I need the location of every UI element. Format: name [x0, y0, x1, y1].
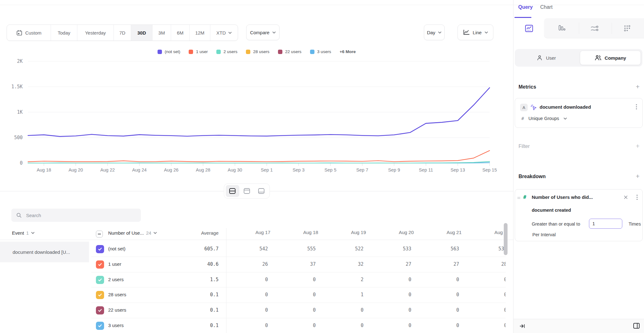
value-cell: 26 [238, 261, 268, 267]
date-column-header: Aug 20 [383, 230, 430, 235]
metric-card[interactable]: A document downloaded # Unique Groups [515, 98, 643, 128]
average-column-header: Average [171, 230, 219, 236]
compare-button[interactable]: Compare [246, 25, 280, 40]
value-cell: 0 [429, 323, 459, 328]
value-cell: 538 [477, 246, 506, 252]
series-checkbox[interactable] [96, 306, 104, 314]
range-custom[interactable]: Custom [7, 25, 51, 41]
view-tab-grid[interactable] [612, 18, 642, 38]
range-7d[interactable]: 7D [114, 25, 131, 41]
toggle-side-panel-button[interactable] [633, 323, 640, 329]
x-axis-tick: Aug 22 [100, 167, 115, 172]
series-checkbox[interactable] [96, 276, 104, 284]
x-axis-tick: Aug 20 [69, 167, 83, 172]
breakdown-card[interactable]: # Number of Users who did... document cr… [515, 189, 643, 241]
value-cell: 37 [286, 261, 316, 267]
range-today[interactable]: Today [51, 25, 77, 41]
range-label: 6M [177, 30, 184, 35]
tab-query-label: Query [518, 4, 533, 10]
range-3m[interactable]: 3M [153, 25, 171, 41]
value-cells: 002000 [220, 272, 506, 288]
value-cell: 1 [333, 292, 364, 298]
chevron-down-icon [438, 31, 441, 34]
metric-column-count: 24 [146, 230, 151, 236]
value-cell: 0 [381, 307, 411, 313]
value-cell: 0 [429, 292, 459, 298]
value-cell: 0 [333, 307, 364, 313]
view-tab-flow[interactable] [579, 18, 610, 38]
range-xtd[interactable]: XTD [210, 25, 238, 41]
series-checkbox[interactable] [96, 322, 104, 330]
layout-table-only-button[interactable] [255, 185, 268, 197]
breakdown-kebab-menu[interactable] [635, 194, 639, 200]
x-axis-tick: Aug 26 [164, 167, 179, 172]
series-checkbox[interactable] [96, 291, 104, 299]
calendar-icon [16, 30, 23, 36]
average-cell: 0.1 [171, 307, 219, 313]
metric-column-header[interactable]: Number of Use... 24 [108, 230, 157, 236]
date-column-headers: Aug 17Aug 18Aug 19Aug 20Aug 21Aug 22 [220, 230, 506, 238]
table-scrollbar[interactable] [504, 223, 508, 255]
breakdown-condition-label: Greater than or equal to [532, 221, 580, 227]
breakdown-hash-icon: # [523, 194, 526, 200]
value-cells: 000000 [220, 303, 506, 318]
metric-kebab-menu[interactable] [634, 104, 639, 110]
series-checkbox[interactable] [96, 245, 104, 253]
layout-split-button[interactable] [226, 185, 239, 197]
chevron-down-icon [228, 32, 232, 34]
metrics-heading: Metrics [519, 84, 536, 90]
scope-option-company[interactable]: Company [580, 51, 641, 65]
date-range-group: CustomTodayYesterday7D30D3M6M12MXTD [7, 25, 238, 41]
x-axis-tick: Sep 7 [356, 167, 368, 172]
series-label: 2 users [108, 277, 124, 282]
aggregation-selector[interactable]: # Unique Groups [521, 116, 567, 121]
breakdown-close-button[interactable] [624, 195, 628, 200]
table-row: (not set)605.7542555522533563538 [0, 242, 513, 257]
range-6m[interactable]: 6M [171, 25, 190, 41]
kebab-icon [636, 194, 638, 200]
range-30d[interactable]: 30D [131, 25, 153, 41]
view-tab-bar-chart[interactable] [546, 18, 577, 38]
select-all-checkbox[interactable] [96, 231, 103, 237]
date-column-header: Aug 17 [239, 230, 286, 235]
range-label: 12M [195, 30, 204, 35]
chart-type-label: Line [473, 30, 481, 35]
search-icon [16, 212, 22, 218]
average-cell: 0.1 [171, 292, 219, 298]
tab-chart[interactable]: Chart [540, 4, 552, 10]
split-panel-icon [633, 323, 640, 329]
panel-divider [513, 0, 514, 333]
series-checkbox[interactable] [96, 260, 104, 269]
drag-handle-icon[interactable] [517, 196, 521, 200]
scope-option-user[interactable]: User [515, 49, 578, 67]
line-chart[interactable]: 05001K1.5K2KAug 18Aug 20Aug 22Aug 24Aug … [0, 44, 513, 179]
person-icon [536, 55, 543, 61]
series-label: 3 users [108, 323, 124, 328]
average-cell: 40.6 [171, 261, 219, 267]
view-tab-line-chart[interactable] [514, 18, 544, 38]
aggregation-label: Unique Groups [528, 116, 559, 121]
check-icon [97, 308, 103, 313]
collapse-panel-button[interactable] [519, 323, 525, 329]
value-cells: 001000 [220, 287, 506, 303]
breakdown-heading: Breakdown [519, 174, 546, 179]
search-input[interactable] [25, 212, 130, 218]
tab-query[interactable]: Query [518, 4, 533, 10]
add-filter-button[interactable]: + [634, 142, 641, 150]
split-view-icon [229, 188, 236, 194]
value-cell: 555 [286, 246, 316, 252]
add-metric-button[interactable]: + [634, 83, 641, 90]
value-cell: 563 [429, 246, 459, 252]
chart-type-button[interactable]: Line [458, 25, 493, 40]
event-column-header[interactable]: Event 1 [12, 230, 35, 236]
granularity-button[interactable]: Day [424, 25, 445, 40]
layout-chart-only-button[interactable] [240, 185, 254, 197]
range-yesterday[interactable]: Yesterday [77, 25, 114, 41]
add-breakdown-button[interactable]: + [634, 172, 641, 180]
range-12m[interactable]: 12M [190, 25, 210, 41]
breakdown-value-input[interactable] [589, 219, 622, 229]
table-row: 2 users1.5002000 [0, 272, 513, 288]
scope-toggle: User Company [515, 49, 642, 67]
bar-chart-icon [558, 25, 566, 32]
value-cell: 533 [381, 246, 411, 252]
